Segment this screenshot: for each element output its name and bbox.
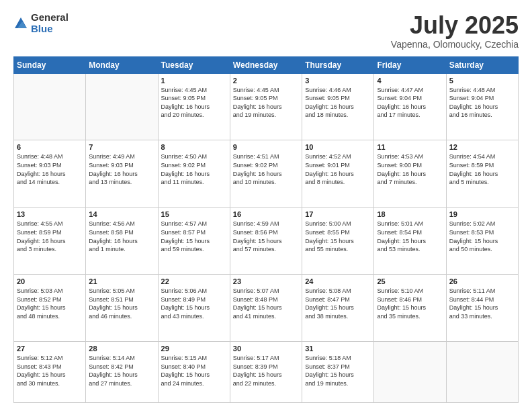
weekday-header-monday: Monday	[86, 56, 158, 73]
cell-info: Sunrise: 4:47 AM Sunset: 9:04 PM Dayligh…	[377, 86, 443, 120]
weekday-header-tuesday: Tuesday	[158, 56, 230, 73]
cell-day-number: 23	[233, 277, 299, 285]
cell-info: Sunrise: 5:14 AM Sunset: 8:42 PM Dayligh…	[89, 354, 154, 387]
weekday-header-sunday: Sunday	[14, 56, 86, 73]
calendar-cell: 30Sunrise: 5:17 AM Sunset: 8:39 PM Dayli…	[230, 342, 302, 403]
calendar-cell: 24Sunrise: 5:08 AM Sunset: 8:47 PM Dayli…	[302, 275, 374, 342]
cell-day-number: 4	[377, 77, 443, 85]
weekday-header-thursday: Thursday	[302, 56, 374, 73]
calendar-cell: 11Sunrise: 4:53 AM Sunset: 9:00 PM Dayli…	[374, 140, 446, 208]
logo-icon	[13, 16, 28, 31]
calendar-cell: 4Sunrise: 4:47 AM Sunset: 9:04 PM Daylig…	[374, 73, 446, 140]
title-block: July 2025 Vapenna, Olomoucky, Czechia	[391, 12, 519, 50]
location-subtitle: Vapenna, Olomoucky, Czechia	[391, 39, 519, 50]
cell-info: Sunrise: 4:45 AM Sunset: 9:05 PM Dayligh…	[233, 86, 299, 120]
weekday-header-wednesday: Wednesday	[230, 56, 302, 73]
cell-day-number: 20	[17, 277, 83, 285]
cell-day-number: 3	[305, 77, 371, 85]
calendar-cell: 1Sunrise: 4:45 AM Sunset: 9:05 PM Daylig…	[158, 73, 230, 140]
month-title: July 2025	[391, 12, 519, 39]
cell-info: Sunrise: 4:51 AM Sunset: 9:02 PM Dayligh…	[233, 152, 299, 186]
cell-info: Sunrise: 4:55 AM Sunset: 8:59 PM Dayligh…	[17, 220, 83, 253]
cell-info: Sunrise: 5:05 AM Sunset: 8:51 PM Dayligh…	[89, 287, 154, 320]
cell-day-number: 5	[449, 77, 515, 85]
cell-info: Sunrise: 4:48 AM Sunset: 9:04 PM Dayligh…	[449, 86, 515, 120]
cell-day-number: 15	[161, 210, 227, 218]
cell-info: Sunrise: 5:03 AM Sunset: 8:52 PM Dayligh…	[17, 287, 83, 320]
cell-info: Sunrise: 4:56 AM Sunset: 8:58 PM Dayligh…	[89, 220, 154, 253]
cell-day-number: 31	[305, 345, 371, 353]
cell-info: Sunrise: 4:48 AM Sunset: 9:03 PM Dayligh…	[17, 152, 83, 186]
calendar-cell	[86, 73, 158, 140]
cell-day-number: 17	[305, 210, 371, 218]
calendar-cell: 25Sunrise: 5:10 AM Sunset: 8:46 PM Dayli…	[374, 275, 446, 342]
cell-info: Sunrise: 4:49 AM Sunset: 9:03 PM Dayligh…	[89, 152, 154, 186]
calendar-cell: 27Sunrise: 5:12 AM Sunset: 8:43 PM Dayli…	[14, 342, 86, 403]
cell-info: Sunrise: 5:11 AM Sunset: 8:44 PM Dayligh…	[449, 287, 515, 320]
header: General Blue July 2025 Vapenna, Olomouck…	[13, 12, 519, 50]
calendar-cell: 10Sunrise: 4:52 AM Sunset: 9:01 PM Dayli…	[302, 140, 374, 208]
cell-day-number: 13	[17, 210, 83, 218]
cell-info: Sunrise: 4:45 AM Sunset: 9:05 PM Dayligh…	[161, 86, 227, 120]
calendar-table: SundayMondayTuesdayWednesdayThursdayFrid…	[13, 56, 519, 403]
cell-day-number: 25	[377, 277, 443, 285]
calendar-cell: 3Sunrise: 4:46 AM Sunset: 9:05 PM Daylig…	[302, 73, 374, 140]
weekday-header-friday: Friday	[374, 56, 446, 73]
logo-general: General	[31, 12, 69, 24]
calendar-cell: 17Sunrise: 5:00 AM Sunset: 8:55 PM Dayli…	[302, 208, 374, 275]
weekday-header-saturday: Saturday	[446, 56, 518, 73]
cell-info: Sunrise: 5:18 AM Sunset: 8:37 PM Dayligh…	[305, 354, 371, 387]
calendar-cell: 6Sunrise: 4:48 AM Sunset: 9:03 PM Daylig…	[14, 140, 86, 208]
cell-day-number: 19	[449, 210, 515, 218]
logo-blue: Blue	[31, 24, 69, 35]
calendar-cell	[446, 342, 518, 403]
calendar-cell: 18Sunrise: 5:01 AM Sunset: 8:54 PM Dayli…	[374, 208, 446, 275]
cell-day-number: 24	[305, 277, 371, 285]
calendar-cell: 13Sunrise: 4:55 AM Sunset: 8:59 PM Dayli…	[14, 208, 86, 275]
cell-day-number: 11	[377, 143, 443, 151]
cell-day-number: 29	[161, 345, 227, 353]
calendar-cell: 23Sunrise: 5:07 AM Sunset: 8:48 PM Dayli…	[230, 275, 302, 342]
cell-day-number: 6	[17, 143, 83, 151]
cell-day-number: 22	[161, 277, 227, 285]
logo: General Blue	[13, 12, 69, 34]
calendar-cell: 21Sunrise: 5:05 AM Sunset: 8:51 PM Dayli…	[86, 275, 158, 342]
cell-info: Sunrise: 5:02 AM Sunset: 8:53 PM Dayligh…	[449, 220, 515, 253]
calendar-cell: 20Sunrise: 5:03 AM Sunset: 8:52 PM Dayli…	[14, 275, 86, 342]
cell-info: Sunrise: 4:54 AM Sunset: 8:59 PM Dayligh…	[449, 152, 515, 186]
calendar-cell: 16Sunrise: 4:59 AM Sunset: 8:56 PM Dayli…	[230, 208, 302, 275]
cell-day-number: 21	[89, 277, 154, 285]
cell-day-number: 16	[233, 210, 299, 218]
calendar-cell: 26Sunrise: 5:11 AM Sunset: 8:44 PM Dayli…	[446, 275, 518, 342]
cell-day-number: 30	[233, 345, 299, 353]
calendar-cell: 19Sunrise: 5:02 AM Sunset: 8:53 PM Dayli…	[446, 208, 518, 275]
calendar-cell: 14Sunrise: 4:56 AM Sunset: 8:58 PM Dayli…	[86, 208, 158, 275]
calendar-cell: 2Sunrise: 4:45 AM Sunset: 9:05 PM Daylig…	[230, 73, 302, 140]
cell-day-number: 12	[449, 143, 515, 151]
calendar-cell: 5Sunrise: 4:48 AM Sunset: 9:04 PM Daylig…	[446, 73, 518, 140]
cell-info: Sunrise: 4:57 AM Sunset: 8:57 PM Dayligh…	[161, 220, 227, 253]
calendar-cell: 22Sunrise: 5:06 AM Sunset: 8:49 PM Dayli…	[158, 275, 230, 342]
cell-day-number: 28	[89, 345, 154, 353]
cell-info: Sunrise: 5:06 AM Sunset: 8:49 PM Dayligh…	[161, 287, 227, 320]
cell-day-number: 14	[89, 210, 154, 218]
calendar-cell	[374, 342, 446, 403]
cell-info: Sunrise: 5:01 AM Sunset: 8:54 PM Dayligh…	[377, 220, 443, 253]
calendar-cell: 31Sunrise: 5:18 AM Sunset: 8:37 PM Dayli…	[302, 342, 374, 403]
calendar-cell: 7Sunrise: 4:49 AM Sunset: 9:03 PM Daylig…	[86, 140, 158, 208]
calendar-cell: 8Sunrise: 4:50 AM Sunset: 9:02 PM Daylig…	[158, 140, 230, 208]
cell-day-number: 27	[17, 345, 83, 353]
cell-info: Sunrise: 5:00 AM Sunset: 8:55 PM Dayligh…	[305, 220, 371, 253]
cell-info: Sunrise: 4:46 AM Sunset: 9:05 PM Dayligh…	[305, 86, 371, 120]
cell-info: Sunrise: 5:15 AM Sunset: 8:40 PM Dayligh…	[161, 354, 227, 387]
cell-info: Sunrise: 5:07 AM Sunset: 8:48 PM Dayligh…	[233, 287, 299, 320]
cell-day-number: 2	[233, 77, 299, 85]
cell-day-number: 7	[89, 143, 154, 151]
cell-day-number: 9	[233, 143, 299, 151]
calendar-cell	[14, 73, 86, 140]
cell-day-number: 8	[161, 143, 227, 151]
cell-info: Sunrise: 4:52 AM Sunset: 9:01 PM Dayligh…	[305, 152, 371, 186]
cell-info: Sunrise: 5:12 AM Sunset: 8:43 PM Dayligh…	[17, 354, 83, 387]
cell-info: Sunrise: 5:17 AM Sunset: 8:39 PM Dayligh…	[233, 354, 299, 387]
cell-info: Sunrise: 4:53 AM Sunset: 9:00 PM Dayligh…	[377, 152, 443, 186]
